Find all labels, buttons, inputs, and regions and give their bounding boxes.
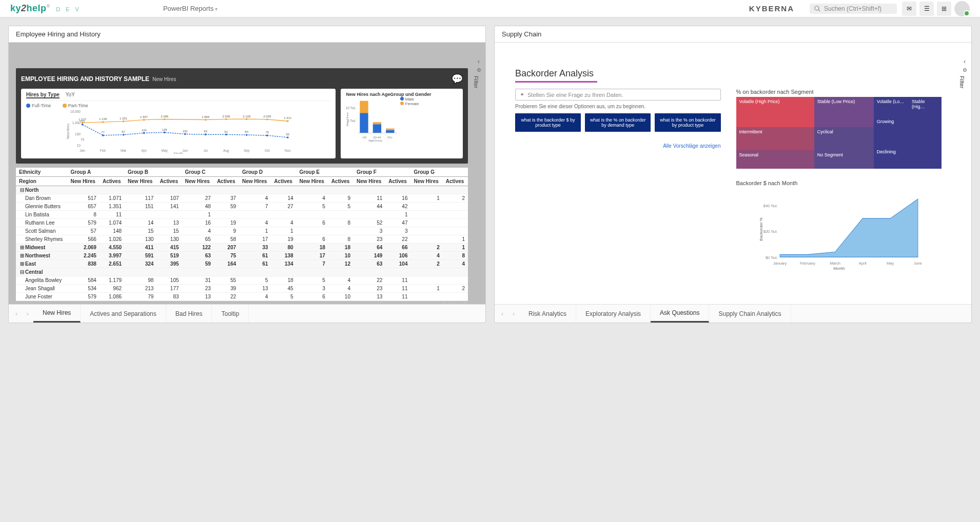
report-subtitle: New Hires xyxy=(152,76,176,82)
sparkle-icon: ✦ xyxy=(520,91,524,98)
avatar[interactable] xyxy=(954,1,970,16)
svg-rect-70 xyxy=(386,129,395,130)
report-dark-area: EMPLOYEE HIRING AND HISTORY SAMPLE New H… xyxy=(16,68,468,164)
svg-text:New Hires: New Hires xyxy=(346,112,349,126)
qa-buttons: what is the backorder $ by product type … xyxy=(515,113,721,132)
svg-text:Month: Month xyxy=(174,152,183,154)
svg-text:10 Tsd.: 10 Tsd. xyxy=(346,106,356,110)
legend-male: Male xyxy=(405,97,414,102)
qa-button-2[interactable]: what is the % on backorder by demand typ… xyxy=(585,113,651,132)
report-footer-brand: obviEnce © xyxy=(9,301,485,304)
report-title-text: EMPLOYEE HIRING AND HISTORY SAMPLE xyxy=(21,75,149,83)
treemap-cell[interactable]: Volatile (High Price) xyxy=(736,97,814,127)
treemap-cell[interactable]: Stable (Low Price) xyxy=(814,97,874,127)
svg-text:1.159: 1.159 xyxy=(99,117,107,121)
breadcrumb-reports[interactable]: PowerBI Reports xyxy=(163,5,218,12)
treemap-cell[interactable]: Stable (Hig… xyxy=(909,97,942,117)
tab-actives-separations[interactable]: Actives and Separations xyxy=(81,305,166,323)
treemap-cell[interactable]: Intermittent xyxy=(736,127,814,150)
employee-table[interactable]: EthnicityGroup AGroup BGroup CGroup DGro… xyxy=(16,168,468,301)
svg-text:1.037: 1.037 xyxy=(79,118,87,121)
line-chart: 101001.00010.000New HiresJanFebMarAprMay… xyxy=(26,109,330,154)
svg-text:Feb: Feb xyxy=(100,149,106,152)
qa-input[interactable]: ✦ Stellen Sie eine Frage zu Ihren Daten. xyxy=(515,89,721,101)
tab-yoy[interactable]: YoY xyxy=(66,92,75,98)
svg-text:2.028: 2.028 xyxy=(263,115,271,118)
tab-sc-analytics[interactable]: Supply Chain Analytics xyxy=(709,305,791,323)
tab-ask-questions[interactable]: Ask Questions xyxy=(651,305,709,323)
svg-text:May: May xyxy=(887,261,894,266)
topbar-icons: ✉ ☰ ⊞ xyxy=(902,1,970,16)
svg-point-29 xyxy=(102,134,104,136)
tab-exploratory[interactable]: Exploratory Analysis xyxy=(576,305,651,323)
treemap-cell[interactable]: Declining xyxy=(874,147,942,169)
svg-point-35 xyxy=(225,133,227,135)
treemap-title: % on backorder nach Segment xyxy=(736,89,942,95)
svg-text:139: 139 xyxy=(162,128,168,131)
svg-rect-63 xyxy=(360,113,368,133)
svg-point-49 xyxy=(82,122,84,124)
svg-rect-67 xyxy=(373,122,381,124)
treemap-cell[interactable]: Seasonal xyxy=(736,150,814,169)
svg-point-32 xyxy=(164,131,166,133)
dashboard: Employee Hiring and History ‹ ⚙ Filter E… xyxy=(0,17,980,331)
chat-icon[interactable]: 💬 xyxy=(452,73,463,85)
svg-rect-66 xyxy=(373,124,381,133)
qa-button-1[interactable]: what is the backorder $ by product type xyxy=(515,113,581,132)
treemap-cell[interactable]: Volatile (Lo… xyxy=(874,97,909,117)
search-placeholder: Suchen (Ctrl+Shift+f) xyxy=(824,5,881,12)
svg-text:73: 73 xyxy=(81,138,84,141)
svg-text:March: March xyxy=(830,261,840,266)
svg-text:April: April xyxy=(858,261,866,266)
svg-text:100: 100 xyxy=(75,132,81,136)
qa-subtitle: Probieren Sie eine dieser Optionen aus, … xyxy=(515,104,721,109)
list-icon[interactable]: ☰ xyxy=(919,2,934,16)
treemap-cell[interactable]: Cyclical xyxy=(814,127,874,150)
bar-chart-title: New Hires nach AgeGroup und Gender xyxy=(346,92,458,97)
svg-text:87: 87 xyxy=(122,130,125,133)
svg-text:Nov: Nov xyxy=(285,149,291,152)
tab-next-icon[interactable]: › xyxy=(22,310,33,317)
svg-text:Jan: Jan xyxy=(80,149,85,152)
line-chart-tabs: Hires by Type YoY xyxy=(26,92,330,101)
bar-legend: Male Female xyxy=(400,97,424,142)
svg-point-58 xyxy=(287,120,289,122)
sc-title-underline xyxy=(515,81,597,83)
svg-point-56 xyxy=(246,118,248,120)
qa-button-3[interactable]: what is the % on backorder by product ty… xyxy=(655,113,720,132)
mail-icon[interactable]: ✉ xyxy=(902,2,916,16)
dashboard-icon[interactable]: ⊞ xyxy=(937,2,951,16)
qa-all-link[interactable]: Alle Vorschläge anzeigen xyxy=(515,143,721,149)
tab-prev-icon[interactable]: ‹ xyxy=(497,310,508,317)
tab-new-hires[interactable]: New Hires xyxy=(33,305,81,323)
svg-text:$40 Tsd.: $40 Tsd. xyxy=(763,204,777,208)
svg-rect-69 xyxy=(386,130,395,133)
area-chart: JanuaryFebruaryMarchAprilMayJuneMonth$0 … xyxy=(736,188,942,270)
search-input[interactable]: Suchen (Ctrl+Shift+f) xyxy=(810,4,897,14)
svg-text:Backorder %: Backorder % xyxy=(758,217,763,241)
panel-tabs-left: ‹ › New Hires Actives and Separations Ba… xyxy=(9,304,485,323)
svg-point-57 xyxy=(266,118,268,121)
topbar: ky2help® D E V PowerBI Reports KYBERNA S… xyxy=(0,0,980,17)
tab-risk[interactable]: Risk Analytics xyxy=(519,305,576,323)
svg-point-51 xyxy=(123,121,125,123)
sc-title: Backorder Analysis xyxy=(515,68,942,79)
svg-text:10: 10 xyxy=(77,144,81,147)
treemap[interactable]: Volatile (High Price)Stable (Low Price)V… xyxy=(736,97,942,169)
svg-text:1.351: 1.351 xyxy=(120,117,128,120)
treemap-cell[interactable]: Growing xyxy=(874,117,942,147)
filter-rail-left[interactable]: ‹ ⚙ Filter xyxy=(473,58,484,88)
panel-supply-chain: Supply Chain ‹ ⚙ Filter Backorder Analys… xyxy=(494,26,972,323)
tab-prev-icon[interactable]: ‹ xyxy=(11,310,22,317)
svg-text:10.000: 10.000 xyxy=(70,110,81,113)
treemap-cell[interactable]: No Segment xyxy=(814,150,874,169)
tab-bad-hires[interactable]: Bad Hires xyxy=(166,305,212,323)
svg-text:AgeGroup: AgeGroup xyxy=(368,139,383,142)
svg-text:June: June xyxy=(913,261,922,266)
tab-tooltip[interactable]: Tooltip xyxy=(212,305,249,323)
bar-chart: 5 Tsd.10 Tsd.New Hires<3030-4950+AgeGrou… xyxy=(346,97,397,142)
tab-hires-by-type[interactable]: Hires by Type xyxy=(26,92,60,98)
panel-title-left: Employee Hiring and History xyxy=(9,26,485,43)
tab-next-icon[interactable]: › xyxy=(508,310,519,317)
bar-chart-card: New Hires nach AgeGroup und Gender 5 Tsd… xyxy=(341,89,463,158)
